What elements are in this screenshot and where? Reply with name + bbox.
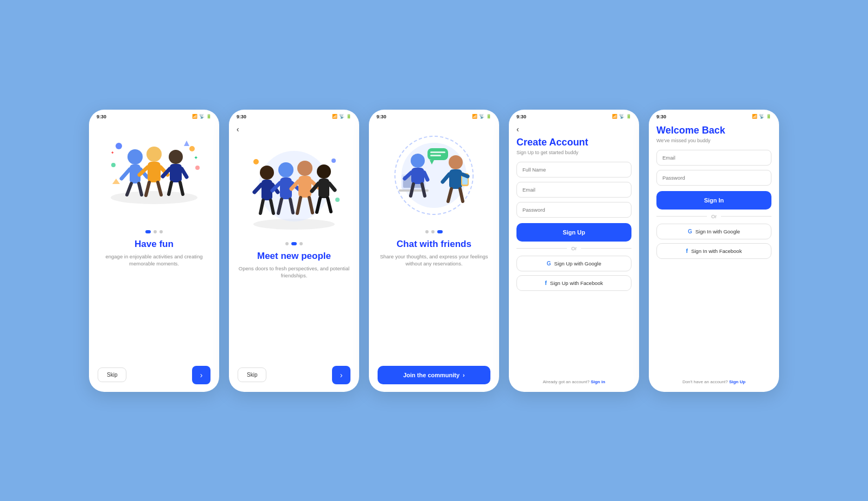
or-line-right-5 — [721, 216, 771, 217]
svg-rect-14 — [170, 164, 182, 182]
svg-point-22 — [195, 166, 200, 170]
skip-button-2[interactable]: Skip — [238, 367, 266, 382]
screen-2: 9:30 📶 📡 🔋 ‹ — [229, 110, 359, 392]
time-5: 9:30 — [656, 114, 666, 119]
join-button[interactable]: Join the community › — [378, 366, 490, 384]
svg-rect-60 — [411, 168, 424, 184]
facebook-icon: f — [545, 280, 546, 286]
svg-rect-40 — [298, 176, 311, 198]
svg-point-33 — [278, 162, 293, 177]
or-line-right-4 — [581, 248, 631, 249]
screen-1: 9:30 📶 📡 🔋 — [89, 110, 219, 392]
svg-line-74 — [462, 174, 468, 176]
status-bar-1: 9:30 📶 📡 🔋 — [89, 110, 219, 122]
svg-rect-46 — [318, 179, 329, 198]
or-text-5: Or — [711, 214, 717, 219]
fullname-input[interactable] — [516, 162, 631, 177]
or-divider-4: Or — [516, 246, 631, 251]
dot-3-3 — [437, 230, 443, 233]
status-icons-3: 📶 📡 🔋 — [472, 114, 492, 119]
svg-rect-8 — [148, 162, 161, 182]
svg-rect-68 — [430, 155, 441, 156]
svg-point-1 — [127, 149, 143, 164]
status-bar-5: 9:30 📶 📡 🔋 — [649, 110, 779, 122]
svg-rect-70 — [449, 169, 462, 189]
google-signin-button[interactable]: G Sign In with Google — [656, 224, 771, 239]
dot-2-2 — [291, 242, 297, 245]
screen-subtitle-1: engage in enjoyable activities and creat… — [98, 253, 210, 268]
dot-3-2 — [431, 230, 435, 233]
svg-point-52 — [331, 158, 336, 163]
signin-button[interactable]: Sign In — [656, 191, 771, 210]
svg-point-19 — [116, 143, 122, 149]
next-button-2[interactable]: › — [332, 366, 350, 384]
footer-5: Don't have an account? Sign Up — [656, 379, 771, 384]
back-arrow-2[interactable]: ‹ — [229, 122, 359, 134]
svg-point-27 — [260, 166, 274, 180]
screen-3: 9:30 📶 📡 🔋 — [369, 110, 499, 392]
login-password-input[interactable] — [656, 170, 771, 186]
facebook-signup-button[interactable]: f Sign Up with Facebook — [516, 275, 631, 291]
dot-2-3 — [299, 242, 303, 245]
screen-title-2: Meet new people — [238, 251, 350, 262]
screens-container: 9:30 📶 📡 🔋 — [89, 110, 779, 392]
dot-1-1 — [145, 230, 151, 233]
password-input[interactable] — [516, 202, 631, 218]
svg-line-48 — [329, 183, 335, 190]
or-line-left-5 — [656, 216, 707, 217]
footer-4: Already got an account? Sign in — [516, 379, 631, 384]
welcome-back-subtitle: We've missed you buddy — [656, 138, 771, 143]
buttons-row-1: Skip › — [98, 366, 210, 384]
facebook-signin-button[interactable]: f Sign In with Facebook — [656, 243, 771, 259]
time-2: 9:30 — [237, 114, 246, 119]
create-account-title: Create Account — [516, 137, 631, 148]
status-icons-5: 📶 📡 🔋 — [752, 114, 771, 119]
svg-point-13 — [169, 150, 183, 164]
screen-5: 9:30 📶 📡 🔋 Welcome Back We've missed you… — [649, 110, 779, 392]
status-icons-1: 📶 📡 🔋 — [192, 114, 212, 119]
buttons-row-2: Skip › — [238, 366, 350, 384]
svg-rect-67 — [430, 151, 445, 153]
signup-link[interactable]: Sign Up — [729, 379, 745, 384]
illustration-dancing: ✦ ✦ — [89, 122, 219, 230]
screen-body-2: Meet new people Opens doors to fresh per… — [229, 251, 359, 392]
screen-body-4: Create Account Sign Up to get started bu… — [509, 134, 639, 392]
next-button-1[interactable]: › — [192, 366, 210, 384]
svg-line-16 — [182, 169, 187, 177]
skip-button-1[interactable]: Skip — [98, 367, 126, 382]
or-line-left-4 — [516, 248, 567, 249]
login-email-input[interactable] — [656, 150, 771, 166]
dots-1 — [89, 230, 219, 233]
dots-2 — [229, 242, 359, 245]
svg-point-51 — [253, 159, 259, 164]
time-1: 9:30 — [97, 114, 106, 119]
screen-body-5: Welcome Back We've missed you buddy Sign… — [649, 122, 779, 392]
svg-line-50 — [328, 198, 331, 212]
time-3: 9:30 — [376, 114, 386, 119]
google-signup-button[interactable]: G Sign Up with Google — [516, 256, 631, 271]
svg-point-7 — [146, 147, 162, 162]
signup-button[interactable]: Sign Up — [516, 223, 631, 242]
dot-3-1 — [425, 230, 429, 233]
svg-point-45 — [317, 164, 331, 179]
dot-1-3 — [159, 230, 163, 233]
svg-line-3 — [122, 169, 130, 179]
illustration-chat — [369, 122, 499, 230]
svg-point-69 — [449, 155, 463, 169]
create-account-subtitle: Sign Up to get started buddy — [516, 150, 631, 155]
welcome-back-title: Welcome Back — [656, 125, 771, 136]
svg-point-53 — [335, 198, 340, 202]
back-arrow-4[interactable]: ‹ — [509, 122, 639, 134]
screen-body-1: Have fun engage in enjoyable activities … — [89, 239, 219, 392]
illustration-group — [229, 134, 359, 242]
signin-link[interactable]: Sign in — [591, 379, 605, 384]
dot-1-2 — [154, 230, 157, 233]
svg-point-0 — [111, 191, 197, 204]
svg-point-20 — [189, 146, 195, 151]
dot-2-1 — [285, 242, 289, 245]
email-input[interactable] — [516, 182, 631, 198]
time-4: 9:30 — [516, 114, 526, 119]
svg-line-31 — [260, 200, 263, 213]
screen-4: 9:30 📶 📡 🔋 ‹ Create Account Sign Up to g… — [509, 110, 639, 392]
google-icon: G — [547, 261, 551, 267]
